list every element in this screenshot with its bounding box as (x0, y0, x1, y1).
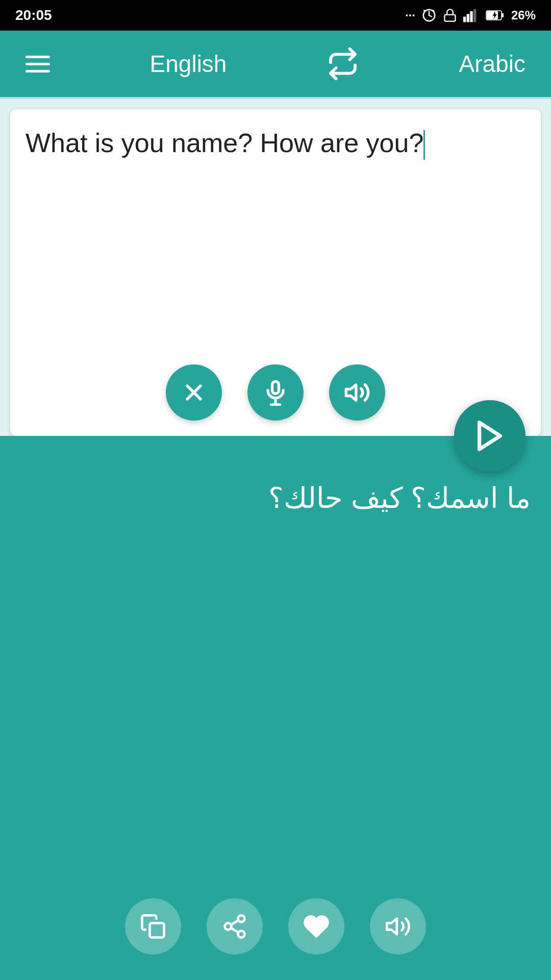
translated-text: ما اسمك؟ كيف حالك؟ (20, 477, 531, 520)
source-panel: What is you name? How are you? (10, 109, 541, 436)
svg-rect-6 (470, 11, 472, 22)
svg-rect-3 (444, 15, 455, 21)
share-button[interactable] (207, 898, 263, 954)
svg-marker-18 (480, 423, 500, 450)
microphone-button[interactable] (247, 364, 304, 421)
svg-line-1 (424, 10, 425, 11)
source-action-buttons (26, 364, 525, 421)
favorite-button[interactable] (288, 898, 344, 954)
speak-source-button[interactable] (329, 364, 385, 421)
copy-icon (140, 913, 166, 940)
speaker-icon (344, 379, 370, 406)
svg-line-24 (231, 920, 239, 925)
speaker-translation-icon (385, 913, 411, 940)
dots-icon: ··· (405, 8, 415, 22)
svg-marker-17 (346, 385, 356, 400)
svg-rect-9 (502, 13, 504, 17)
send-icon (472, 418, 508, 454)
svg-rect-19 (150, 923, 164, 938)
status-time: 20:05 (15, 7, 52, 23)
source-language-button[interactable]: English (150, 50, 227, 78)
target-language-button[interactable]: Arabic (459, 50, 525, 78)
swap-icon (327, 47, 359, 80)
svg-rect-7 (473, 9, 476, 22)
copy-button[interactable] (125, 898, 181, 954)
translation-action-buttons (20, 898, 531, 954)
status-bar: 20:05 ··· 26% (0, 0, 551, 31)
text-cursor (423, 130, 425, 160)
source-text-display[interactable]: What is you name? How are you? (26, 125, 525, 349)
svg-marker-25 (387, 919, 397, 934)
share-icon (221, 913, 248, 940)
svg-rect-14 (272, 381, 279, 394)
menu-button[interactable] (26, 56, 50, 72)
alarm-icon (421, 8, 437, 23)
signal-icon (463, 8, 480, 22)
swap-languages-button[interactable] (327, 47, 359, 80)
translation-panel: ما اسمك؟ كيف حالك؟ (0, 436, 551, 980)
svg-line-23 (231, 928, 239, 933)
source-text-content: What is you name? How are you? (26, 128, 423, 158)
divider (0, 97, 551, 99)
svg-rect-10 (487, 11, 498, 19)
speak-translation-button[interactable] (370, 898, 426, 954)
toolbar: English Arabic (0, 31, 551, 97)
svg-line-2 (433, 10, 434, 11)
battery-percent: 26% (511, 8, 536, 22)
translate-button[interactable] (454, 400, 525, 472)
svg-rect-5 (467, 14, 469, 22)
lock-icon (443, 8, 457, 22)
battery-bolt-icon (486, 9, 505, 21)
svg-rect-4 (463, 17, 466, 22)
clear-button[interactable] (166, 364, 222, 421)
microphone-icon (262, 379, 289, 406)
heart-icon (303, 913, 330, 940)
status-icons: ··· 26% (405, 8, 536, 23)
close-icon (181, 379, 207, 406)
